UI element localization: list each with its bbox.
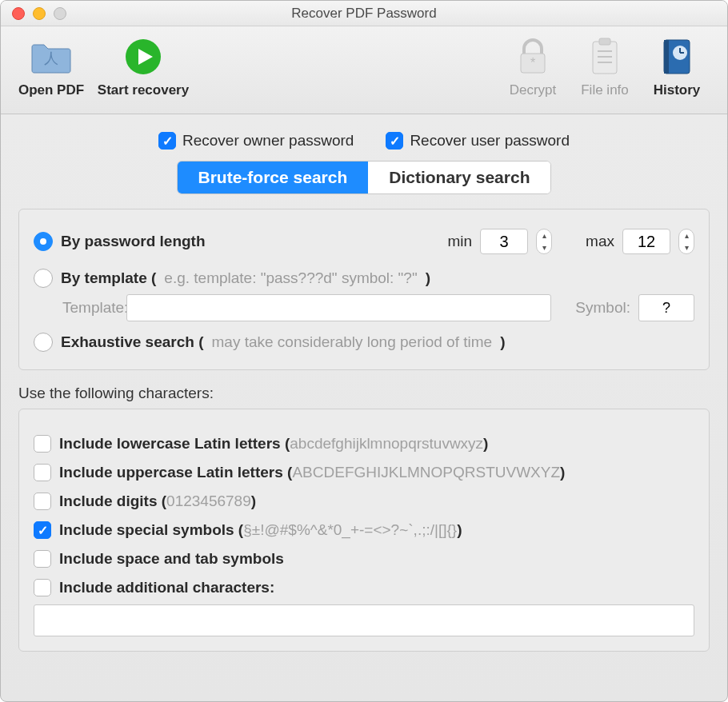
file-info-label: File info <box>581 82 629 98</box>
recover-owner-checkbox[interactable] <box>158 132 176 150</box>
max-label: max <box>586 233 614 250</box>
include-additional-label: Include additional characters: <box>59 579 274 596</box>
start-recovery-label: Start recovery <box>98 82 189 98</box>
include-lowercase-label: Include lowercase Latin letters ( <box>59 435 290 452</box>
method-panel: By password length min ▴▾ max ▴▾ By temp… <box>18 209 710 370</box>
exhaustive-radio[interactable] <box>34 333 53 352</box>
characters-panel: Include lowercase Latin letters (abcdefg… <box>18 409 710 652</box>
max-input[interactable] <box>622 229 670 254</box>
include-uppercase-example: ABCDEFGHIJKLMNOPQRSTUVWXYZ <box>292 464 560 481</box>
content: Recover owner password Recover user pass… <box>1 114 727 684</box>
start-recovery-button[interactable]: Start recovery <box>87 33 199 98</box>
characters-heading: Use the following characters: <box>18 385 710 402</box>
include-space-label: Include space and tab symbols <box>59 550 284 568</box>
by-length-radio[interactable] <box>34 232 53 251</box>
recover-user-checkbox[interactable] <box>386 132 403 150</box>
by-length-label: By password length <box>61 233 206 250</box>
decrypt-button[interactable]: * Decrypt <box>497 33 569 98</box>
window-title: Recover PDF Password <box>1 6 727 22</box>
history-label: History <box>654 82 701 98</box>
clipboard-icon <box>581 33 629 81</box>
recover-owner-label: Recover owner password <box>182 132 354 150</box>
include-uppercase-label: Include uppercase Latin letters ( <box>59 464 292 481</box>
tab-dictionary[interactable]: Dictionary search <box>368 162 550 193</box>
include-space-checkbox[interactable] <box>34 550 51 568</box>
by-template-label: By template ( <box>61 269 156 287</box>
include-digits-example: 0123456789 <box>166 493 251 509</box>
by-template-radio[interactable] <box>34 269 53 288</box>
additional-characters-input[interactable] <box>34 604 694 636</box>
minimize-window-button[interactable] <box>33 7 46 20</box>
file-info-button[interactable]: File info <box>569 33 641 98</box>
symbol-input[interactable] <box>638 294 694 321</box>
titlebar: Recover PDF Password <box>1 1 727 26</box>
template-input[interactable] <box>126 294 551 321</box>
symbol-label: Symbol: <box>575 299 630 317</box>
min-label: min <box>447 233 472 250</box>
tab-brute-force[interactable]: Brute-force search <box>178 162 369 193</box>
include-uppercase-checkbox[interactable] <box>34 464 51 481</box>
recover-checks: Recover owner password Recover user pass… <box>18 132 710 150</box>
folder-icon: 人 <box>27 33 75 81</box>
svg-rect-6 <box>599 38 610 45</box>
template-label: Template: <box>62 299 118 317</box>
svg-rect-11 <box>664 40 669 74</box>
min-input[interactable] <box>480 229 528 254</box>
open-pdf-button[interactable]: 人 Open PDF <box>15 33 87 98</box>
history-button[interactable]: History <box>641 33 713 98</box>
include-digits-label: Include digits ( <box>59 493 166 509</box>
zoom-window-button[interactable] <box>54 7 66 20</box>
exhaustive-close: ) <box>500 333 505 351</box>
book-clock-icon <box>653 33 701 81</box>
app-window: Recover PDF Password 人 Open PDF Start re… <box>0 0 728 702</box>
toolbar: 人 Open PDF Start recovery * <box>1 26 727 114</box>
include-lowercase-checkbox[interactable] <box>34 435 51 453</box>
svg-text:*: * <box>530 56 535 70</box>
svg-text:人: 人 <box>44 50 58 66</box>
lock-icon: * <box>509 33 557 81</box>
by-template-close: ) <box>426 269 430 287</box>
window-controls <box>1 7 66 20</box>
include-special-checkbox[interactable] <box>34 521 51 539</box>
include-special-label: Include special symbols ( <box>59 521 243 538</box>
exhaustive-label: Exhaustive search ( <box>61 333 203 351</box>
by-template-hint: e.g. template: "pass???d" symbol: "?" <box>164 269 417 287</box>
open-pdf-label: Open PDF <box>18 82 84 98</box>
include-lowercase-example: abcdefghijklmnopqrstuvwxyz <box>290 435 483 452</box>
search-mode-segment: Brute-force search Dictionary search <box>18 161 710 194</box>
include-digits-checkbox[interactable] <box>34 493 51 510</box>
min-stepper[interactable]: ▴▾ <box>536 229 552 254</box>
play-icon <box>119 33 167 81</box>
close-window-button[interactable] <box>12 7 25 20</box>
max-stepper[interactable]: ▴▾ <box>678 229 694 254</box>
include-additional-checkbox[interactable] <box>34 579 51 596</box>
decrypt-label: Decrypt <box>510 82 557 98</box>
exhaustive-hint: may take considerably long period of tim… <box>211 333 492 351</box>
include-special-example: §±!@#$%^&*0_+-=<>?~`,.;:/|[]{} <box>243 521 457 538</box>
recover-user-label: Recover user password <box>410 132 570 150</box>
